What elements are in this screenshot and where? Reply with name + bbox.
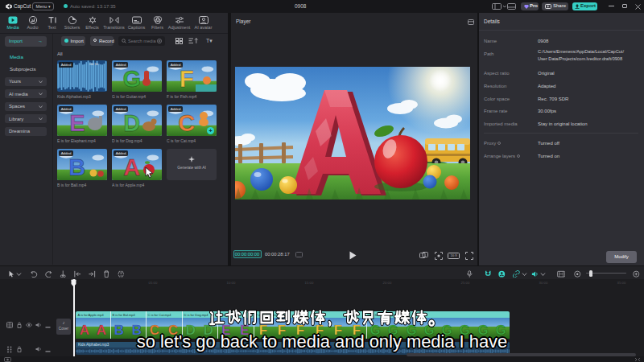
svg-text:E: E <box>69 110 85 136</box>
svg-text:F: F <box>180 66 194 92</box>
svg-text:B: B <box>68 154 85 180</box>
svg-text:A: A <box>123 154 140 180</box>
svg-text:D: D <box>123 110 140 136</box>
svg-text:C: C <box>178 110 195 136</box>
svg-text:G: G <box>123 66 142 92</box>
